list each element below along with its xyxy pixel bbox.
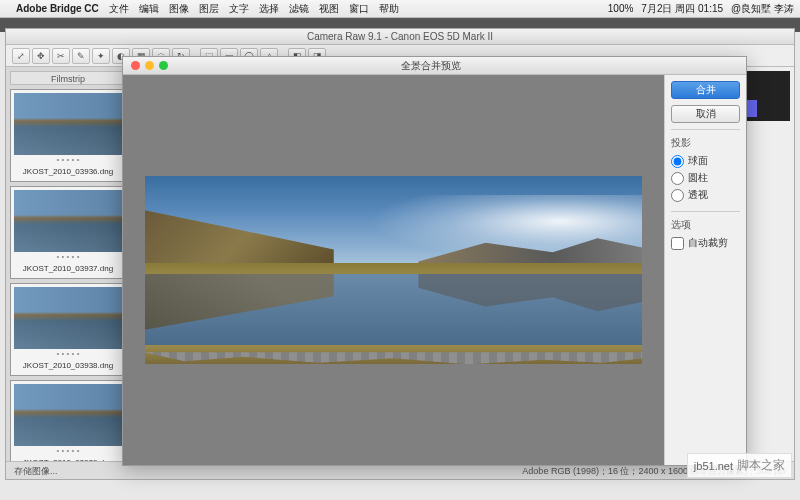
menu-image[interactable]: 图像	[169, 2, 189, 16]
menu-view[interactable]: 视图	[319, 2, 339, 16]
projection-label: 投影	[671, 136, 740, 150]
menu-select[interactable]: 选择	[259, 2, 279, 16]
menu-edit[interactable]: 编辑	[139, 2, 159, 16]
menu-help[interactable]: 帮助	[379, 2, 399, 16]
panorama-merge-dialog: 全景合并预览 合并 取消 投影 球面 圆柱 透视 选项	[122, 56, 747, 466]
tool-zoom[interactable]: ⤢	[12, 48, 30, 64]
panorama-image	[145, 176, 643, 363]
close-icon[interactable]	[131, 61, 140, 70]
options-group: 选项 自动裁剪	[671, 211, 740, 253]
maximize-icon[interactable]	[159, 61, 168, 70]
panorama-preview[interactable]	[123, 75, 664, 465]
thumb-1[interactable]: • • • • •JKOST_2010_03937.dng	[10, 186, 126, 279]
merge-button[interactable]: 合并	[671, 81, 740, 99]
dialog-title: 全景合并预览	[176, 59, 686, 73]
menu-layer[interactable]: 图层	[199, 2, 219, 16]
thumb-2[interactable]: • • • • •JKOST_2010_03938.dng	[10, 283, 126, 376]
tool-crop[interactable]: ✂	[52, 48, 70, 64]
minimize-icon[interactable]	[145, 61, 154, 70]
filmstrip-label: Filmstrip	[10, 71, 126, 85]
app-name[interactable]: Adobe Bridge CC	[16, 3, 99, 14]
thumb-0[interactable]: • • • • •JKOST_2010_03936.dng	[10, 89, 126, 182]
tool-straighten[interactable]: ✎	[72, 48, 90, 64]
projection-group: 投影 球面 圆柱 透视	[671, 129, 740, 205]
tool-wb[interactable]: ✦	[92, 48, 110, 64]
dialog-titlebar: 全景合并预览	[123, 57, 746, 75]
projection-perspective[interactable]: 透视	[671, 188, 740, 202]
selection-marquee	[145, 176, 643, 363]
clock: 7月2日 周四 01:15	[641, 2, 723, 16]
projection-spherical[interactable]: 球面	[671, 154, 740, 168]
menu-window[interactable]: 窗口	[349, 2, 369, 16]
options-label: 选项	[671, 218, 740, 232]
auto-crop-checkbox[interactable]: 自动裁剪	[671, 236, 740, 250]
panorama-options-panel: 合并 取消 投影 球面 圆柱 透视 选项 自动裁剪	[664, 75, 746, 465]
projection-cylindrical[interactable]: 圆柱	[671, 171, 740, 185]
watermark: jb51.net 脚本之家	[687, 453, 792, 478]
battery-status: 100%	[608, 3, 634, 14]
thumb-3[interactable]: • • • • •JKOST_2010_03939.dng	[10, 380, 126, 461]
filmstrip-panel: Filmstrip • • • • •JKOST_2010_03936.dng …	[6, 67, 131, 461]
menu-text[interactable]: 文字	[229, 2, 249, 16]
cancel-button[interactable]: 取消	[671, 105, 740, 123]
watermark-cn: 脚本之家	[737, 457, 785, 474]
save-image-button[interactable]: 存储图像...	[14, 465, 58, 476]
mac-menubar: Adobe Bridge CC 文件 编辑 图像 图层 文字 选择 滤镜 视图 …	[0, 0, 800, 18]
tool-hand[interactable]: ✥	[32, 48, 50, 64]
camera-raw-title: Camera Raw 9.1 - Canon EOS 5D Mark II	[6, 29, 794, 45]
watermark-site: jb51.net	[694, 460, 733, 472]
user-status: @良知墅 李涛	[731, 2, 794, 16]
menu-file[interactable]: 文件	[109, 2, 129, 16]
menu-filter[interactable]: 滤镜	[289, 2, 309, 16]
